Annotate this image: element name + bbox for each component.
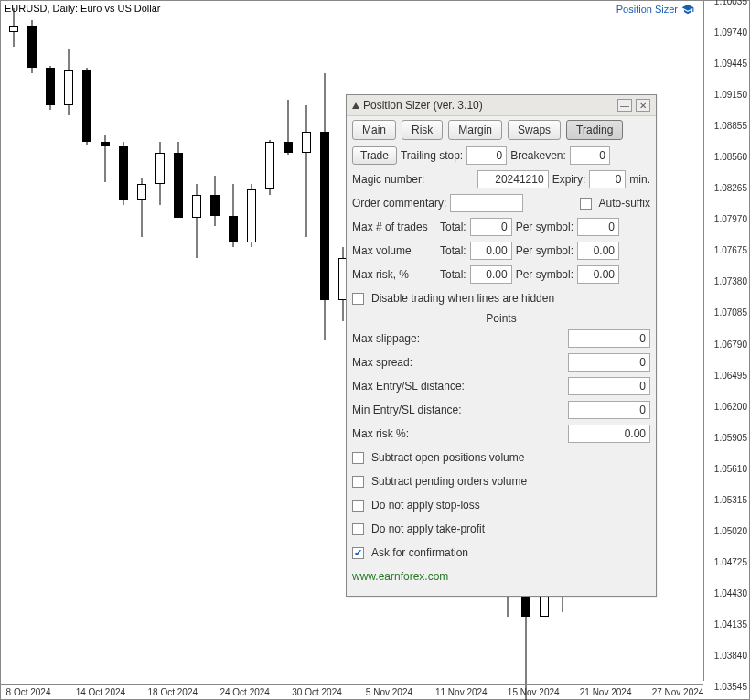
x-tick: 27 Nov 2024 xyxy=(652,687,704,697)
y-tick: 1.04430 xyxy=(714,587,747,598)
y-tick: 1.08265 xyxy=(714,183,747,193)
disable-lines-checkbox[interactable] xyxy=(352,293,364,305)
minimize-button[interactable]: — xyxy=(617,99,632,112)
y-tick: 1.04135 xyxy=(714,619,747,629)
x-tick: 5 Nov 2024 xyxy=(366,687,412,697)
breakeven-input[interactable] xyxy=(570,146,610,165)
y-tick: 1.06495 xyxy=(714,370,747,380)
subtract-open-label: Subtract open positions volume xyxy=(371,451,524,464)
max-risk-label: Max risk, % xyxy=(352,268,436,281)
y-tick: 1.06200 xyxy=(714,401,747,411)
y-tick: 1.03840 xyxy=(714,650,747,660)
expiry-label: Expiry: xyxy=(552,173,586,186)
max-risk-ps-input[interactable] xyxy=(577,265,619,284)
no-tp-label: Do not apply take-profit xyxy=(371,522,485,535)
y-tick: 1.04725 xyxy=(714,556,747,566)
y-tick: 1.07970 xyxy=(714,214,747,224)
no-sl-label: Do not apply stop-loss xyxy=(371,499,480,512)
max-entrysl-input[interactable] xyxy=(568,377,650,395)
x-tick: 8 Oct 2024 xyxy=(6,687,51,697)
auto-suffix-label: Auto-suffix xyxy=(599,197,650,210)
max-slippage-label: Max slippage: xyxy=(352,332,420,345)
x-tick: 24 Oct 2024 xyxy=(220,687,269,697)
tab-main[interactable]: Main xyxy=(352,120,396,140)
trailing-stop-input[interactable] xyxy=(466,146,507,165)
max-risk-total-input[interactable] xyxy=(470,265,512,284)
y-tick: 1.05315 xyxy=(714,494,747,504)
y-tick: 1.05020 xyxy=(714,525,747,535)
order-commentary-label: Order commentary: xyxy=(352,197,446,210)
points-header: Points xyxy=(352,312,650,325)
tab-swaps[interactable]: Swaps xyxy=(508,120,561,140)
y-axis: 1.100351.097401.094451.091501.088551.085… xyxy=(703,1,749,681)
max-risk2-input[interactable] xyxy=(568,425,650,443)
magic-number-input[interactable] xyxy=(477,170,549,188)
auto-suffix-checkbox[interactable] xyxy=(580,198,592,210)
order-commentary-input[interactable] xyxy=(450,194,523,212)
earnforex-link[interactable]: www.earnforex.com xyxy=(352,570,448,583)
x-tick: 14 Oct 2024 xyxy=(76,687,125,697)
per-symbol-label-2: Per symbol: xyxy=(516,244,573,257)
tab-trading[interactable]: Trading xyxy=(566,120,623,140)
subtract-open-checkbox[interactable] xyxy=(352,452,364,464)
min-entrysl-label: Min Entry/SL distance: xyxy=(352,404,462,416)
panel-titlebar[interactable]: Position Sizer (ver. 3.10) — ✕ xyxy=(347,95,656,116)
max-trades-ps-input[interactable] xyxy=(577,218,619,236)
trailing-stop-label: Trailing stop: xyxy=(401,149,463,162)
position-sizer-panel[interactable]: Position Sizer (ver. 3.10) — ✕ Main Risk… xyxy=(346,94,657,597)
y-tick: 1.07380 xyxy=(714,276,747,286)
y-tick: 1.05905 xyxy=(714,432,747,442)
total-label-2: Total: xyxy=(440,244,466,257)
max-volume-ps-input[interactable] xyxy=(577,242,619,260)
max-trades-label: Max # of trades xyxy=(352,221,436,233)
y-tick: 1.09740 xyxy=(714,27,747,38)
x-tick: 30 Oct 2024 xyxy=(292,687,341,697)
per-symbol-label-1: Per symbol: xyxy=(516,221,573,233)
y-tick: 1.07675 xyxy=(714,245,747,255)
y-tick: 1.06790 xyxy=(714,339,747,349)
y-tick: 1.07085 xyxy=(714,307,747,318)
y-tick: 1.09445 xyxy=(714,59,747,69)
tab-margin[interactable]: Margin xyxy=(448,120,502,140)
trade-button[interactable]: Trade xyxy=(352,146,397,165)
subtract-pending-label: Subtract pending orders volume xyxy=(371,475,527,488)
total-label-3: Total: xyxy=(440,268,466,281)
disable-lines-label: Disable trading when lines are hidden xyxy=(371,292,554,305)
total-label-1: Total: xyxy=(440,221,466,233)
tab-row: Main Risk Margin Swaps Trading xyxy=(352,120,650,140)
collapse-triangle-icon[interactable] xyxy=(352,102,359,109)
max-spread-label: Max spread: xyxy=(352,356,412,369)
expiry-unit: min. xyxy=(629,173,650,186)
ask-confirm-checkbox[interactable]: ✔ xyxy=(352,547,364,559)
expiry-input[interactable] xyxy=(589,170,626,188)
y-tick: 1.10035 xyxy=(714,0,747,6)
subtract-pending-checkbox[interactable] xyxy=(352,476,364,488)
panel-title-text: Position Sizer (ver. 3.10) xyxy=(363,99,614,112)
x-axis: 8 Oct 202414 Oct 202418 Oct 202424 Oct 2… xyxy=(1,684,703,699)
no-tp-checkbox[interactable] xyxy=(352,523,364,535)
min-entrysl-input[interactable] xyxy=(568,401,650,419)
x-tick: 15 Nov 2024 xyxy=(508,687,560,697)
per-symbol-label-3: Per symbol: xyxy=(516,268,573,281)
max-trades-total-input[interactable] xyxy=(470,218,512,236)
x-tick: 11 Nov 2024 xyxy=(435,687,488,697)
max-spread-input[interactable] xyxy=(568,353,650,372)
x-tick: 18 Oct 2024 xyxy=(148,687,198,697)
max-volume-label: Max volume xyxy=(352,244,436,257)
close-button[interactable]: ✕ xyxy=(636,99,650,112)
max-slippage-input[interactable] xyxy=(568,329,650,348)
magic-number-label: Magic number: xyxy=(352,173,424,186)
y-tick: 1.05610 xyxy=(714,463,747,473)
max-entrysl-label: Max Entry/SL distance: xyxy=(352,380,465,393)
x-tick: 21 Nov 2024 xyxy=(580,687,632,697)
no-sl-checkbox[interactable] xyxy=(352,500,364,512)
tab-risk[interactable]: Risk xyxy=(402,120,443,140)
y-tick: 1.09150 xyxy=(714,90,747,100)
max-risk2-label: Max risk %: xyxy=(352,427,409,440)
max-volume-total-input[interactable] xyxy=(470,242,512,260)
y-tick: 1.08560 xyxy=(714,152,747,162)
y-tick: 1.03545 xyxy=(714,682,747,692)
ask-confirm-label: Ask for confirmation xyxy=(371,546,468,559)
y-tick: 1.08855 xyxy=(714,121,747,131)
breakeven-label: Breakeven: xyxy=(510,149,566,162)
